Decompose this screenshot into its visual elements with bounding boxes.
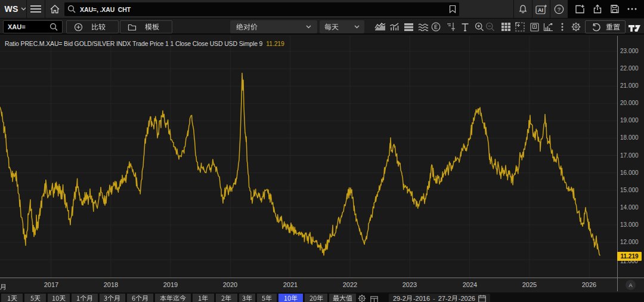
svg-text:?: ?	[558, 6, 561, 13]
svg-text:AI: AI	[538, 7, 543, 13]
